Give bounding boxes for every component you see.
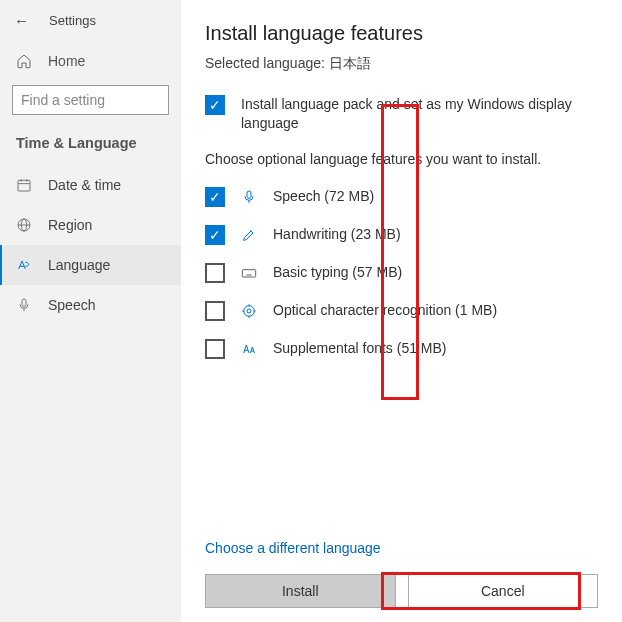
sidebar-item-language[interactable]: Language xyxy=(0,245,181,285)
calendar-icon xyxy=(16,177,32,193)
sidebar-item-date-time[interactable]: Date & time xyxy=(0,165,181,205)
feature-row-speech: Speech (72 MB) xyxy=(205,187,598,207)
sidebar: ← Settings Home Find a setting Time & La… xyxy=(0,0,181,622)
feature-checkbox[interactable] xyxy=(205,301,225,321)
sidebar-header: ← Settings xyxy=(0,10,181,45)
instruction-text: Choose optional language features you wa… xyxy=(205,151,598,167)
primary-option-label: Install language pack and set as my Wind… xyxy=(241,95,598,133)
svg-rect-0 xyxy=(18,180,30,191)
ocr-icon xyxy=(241,303,257,319)
back-icon[interactable]: ← xyxy=(14,12,29,29)
svg-rect-7 xyxy=(22,299,26,306)
search-input[interactable]: Find a setting xyxy=(12,85,169,115)
sidebar-home[interactable]: Home xyxy=(0,45,181,77)
svg-rect-9 xyxy=(242,269,255,276)
svg-point-16 xyxy=(247,309,251,313)
cancel-button[interactable]: Cancel xyxy=(408,574,599,608)
sidebar-item-region[interactable]: Region xyxy=(0,205,181,245)
feature-checkbox[interactable] xyxy=(205,263,225,283)
settings-label: Settings xyxy=(49,13,96,28)
home-icon xyxy=(16,53,32,69)
feature-label: Speech (72 MB) xyxy=(273,187,374,206)
feature-checkbox[interactable] xyxy=(205,225,225,245)
globe-icon xyxy=(16,217,32,233)
primary-checkbox[interactable] xyxy=(205,95,225,115)
page-title: Install language features xyxy=(205,22,598,45)
sidebar-item-label: Region xyxy=(48,217,92,233)
feature-row-basic-typing: Basic typing (57 MB) xyxy=(205,263,598,283)
svg-point-15 xyxy=(244,305,255,316)
feature-label: Handwriting (23 MB) xyxy=(273,225,401,244)
sidebar-item-label: Date & time xyxy=(48,177,121,193)
svg-rect-8 xyxy=(247,191,251,198)
button-row: Install Cancel xyxy=(205,574,598,608)
microphone-icon xyxy=(241,189,257,205)
feature-label: Basic typing (57 MB) xyxy=(273,263,402,282)
sidebar-item-label: Language xyxy=(48,257,110,273)
feature-row-fonts: Supplemental fonts (51 MB) xyxy=(205,339,598,359)
choose-different-link[interactable]: Choose a different language xyxy=(205,540,381,556)
sidebar-home-label: Home xyxy=(48,53,85,69)
selected-language: Selected language: 日本語 xyxy=(205,55,598,73)
feature-label: Optical character recognition (1 MB) xyxy=(273,301,497,320)
feature-row-ocr: Optical character recognition (1 MB) xyxy=(205,301,598,321)
feature-label: Supplemental fonts (51 MB) xyxy=(273,339,447,358)
sidebar-item-label: Speech xyxy=(48,297,95,313)
feature-checkbox[interactable] xyxy=(205,187,225,207)
feature-row-handwriting: Handwriting (23 MB) xyxy=(205,225,598,245)
sidebar-item-speech[interactable]: Speech xyxy=(0,285,181,325)
keyboard-icon xyxy=(241,265,257,281)
footer: Choose a different language Install Canc… xyxy=(205,540,598,608)
handwriting-icon xyxy=(241,227,257,243)
feature-checkbox[interactable] xyxy=(205,339,225,359)
sidebar-group-heading: Time & Language xyxy=(0,135,181,165)
install-button[interactable]: Install xyxy=(205,574,396,608)
primary-option-row: Install language pack and set as my Wind… xyxy=(205,95,598,133)
font-icon xyxy=(241,341,257,357)
speech-icon xyxy=(16,297,32,313)
language-icon xyxy=(16,257,32,273)
main-panel: Install language features Selected langu… xyxy=(181,0,622,622)
